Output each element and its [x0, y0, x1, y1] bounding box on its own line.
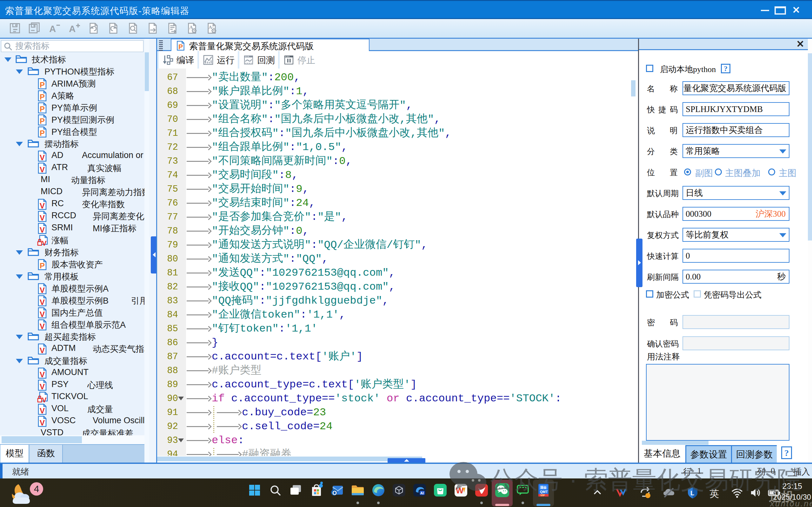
tree-item-MI[interactable]: MI动量指标	[0, 174, 145, 186]
symbol-input[interactable]: 000300沪深300	[683, 207, 790, 221]
sidebar-tab-model[interactable]: 模型	[1, 445, 29, 463]
taskbar-green-chat-icon[interactable]	[515, 483, 531, 498]
expand-arrow-icon[interactable]	[16, 335, 23, 339]
period-select[interactable]: 日线	[683, 186, 790, 200]
bottom-splitter-collapse-handle[interactable]	[388, 458, 425, 463]
taskbar-wechat-icon[interactable]	[495, 483, 510, 498]
code-line-72[interactable]: "组合跟单比例":"1,0.5",	[186, 140, 347, 154]
maximize-button[interactable]	[774, 5, 787, 15]
search-box[interactable]	[1, 40, 144, 52]
tray-sync-icon[interactable]	[638, 486, 652, 500]
quick-calc-input[interactable]: 0	[683, 249, 790, 263]
tree-item-摆动指标[interactable]: 摆动指标	[0, 138, 145, 150]
tree-item-PY模型回测示例[interactable]: PPY模型回测示例	[0, 114, 145, 126]
sidebar-hscrollbar[interactable]	[0, 435, 145, 444]
tree-item-技术指标[interactable]: 技术指标	[0, 53, 145, 65]
confirm-password-input[interactable]	[683, 336, 790, 350]
code-line-93[interactable]: else:	[186, 433, 244, 447]
code-line-82[interactable]: "接收QQ":"1029762153@qq.com",	[186, 280, 395, 294]
search-input[interactable]	[15, 42, 139, 50]
taskbar-red-v-icon[interactable]	[474, 483, 489, 498]
description-input[interactable]: 运行指数中买卖组合	[683, 123, 790, 137]
tree-item-单股模型示例B[interactable]: V单股模型示例B引用模	[0, 294, 145, 306]
tray-defender-icon[interactable]: L	[686, 486, 700, 500]
taskbar-clock[interactable]: 23:15 2025/10/30	[773, 482, 802, 502]
expand-arrow-icon[interactable]	[16, 274, 23, 279]
code-line-70[interactable]: "组合名称":"国九条后中小板微盘小改,其他",	[186, 112, 441, 126]
tree-item-组合模型单股示范A[interactable]: V组合模型单股示范A	[0, 319, 145, 331]
run-button[interactable]: 运行	[199, 51, 238, 68]
code-line-73[interactable]: "不同策略间隔更新时间":0,	[186, 154, 352, 168]
tree-item-PY简单示例[interactable]: PPY简单示例	[0, 102, 145, 114]
code-line-81[interactable]: "发送QQ":"1029762153@qq.com",	[186, 266, 395, 280]
inspector-help-button[interactable]: ?	[781, 446, 792, 459]
inspector-hscrollbar-thumb[interactable]	[642, 441, 708, 445]
code-line-80[interactable]: "通知发送方式":"QQ",	[186, 252, 328, 266]
export-password-checkbox[interactable]	[694, 290, 701, 298]
save-icon[interactable]	[9, 22, 21, 34]
export-document-icon[interactable]	[147, 22, 159, 34]
code-line-74[interactable]: "交易时间段":8,	[186, 168, 298, 182]
tree-item-股本营收资产[interactable]: P股本营收资产	[0, 258, 145, 270]
find-in-page-icon[interactable]	[127, 22, 139, 34]
taskbar-qmt-vip-icon[interactable]: 国金QMTVIP	[536, 483, 551, 498]
inspector-hscrollbar[interactable]	[641, 441, 806, 445]
tree-item-TICKVOL[interactable]: VTICKVOL	[0, 391, 145, 403]
tree-item-AD[interactable]: VADAccumulation or	[0, 150, 145, 162]
close-button[interactable]: ✕	[790, 5, 803, 15]
save-all-icon[interactable]	[29, 22, 41, 34]
taskbar-explorer-icon[interactable]	[350, 483, 365, 498]
password-input[interactable]	[683, 315, 790, 329]
inspector-vscrollbar[interactable]	[808, 39, 812, 463]
sidebar-vscrollbar[interactable]	[145, 39, 149, 463]
code-line-77[interactable]: "是否参加集合竞价":"是",	[186, 210, 347, 224]
tree-item-PYTHON模型指标[interactable]: PYTHON模型指标	[0, 65, 145, 77]
redo-icon[interactable]	[107, 22, 119, 34]
tray-vx-icon[interactable]	[614, 486, 628, 500]
taskbar-dark-cube-icon[interactable]	[391, 483, 407, 498]
code-line-89[interactable]: c.account_type=c.text['账户类型']	[186, 378, 417, 392]
tray-ime-icon[interactable]: 英	[709, 487, 723, 501]
undo-icon[interactable]	[88, 22, 100, 34]
tab-backtest-parameters[interactable]: 回测参数	[731, 445, 777, 463]
encrypt-checkbox[interactable]	[646, 290, 653, 298]
tree-item-AMOUNT[interactable]: VAMOUNT	[0, 367, 145, 379]
taskbar-task-view-icon[interactable]	[288, 483, 304, 498]
code-line-76[interactable]: "交易结束时间":24,	[186, 196, 315, 210]
formula-gear-alt-icon[interactable]: A²	[206, 22, 218, 34]
tree-item-涨幅[interactable]: V涨幅	[0, 234, 145, 246]
fold-marker-icon[interactable]	[178, 439, 184, 442]
expand-arrow-icon[interactable]	[16, 142, 23, 146]
expand-arrow-icon[interactable]	[16, 69, 23, 74]
tab-parameter-settings[interactable]: 参数设置	[685, 445, 731, 463]
code-area[interactable]: 6768697071727374757677787980818283848586…	[157, 68, 631, 456]
position-radio-sub-chart[interactable]	[684, 168, 691, 175]
code-line-85[interactable]: "钉钉token":'1,1'	[186, 322, 317, 336]
tree-item-超买超卖指标[interactable]: 超买超卖指标	[0, 331, 145, 343]
code-line-88[interactable]: #账户类型	[186, 363, 261, 378]
taskbar-green-shop-icon[interactable]	[433, 483, 448, 498]
inspector-close-icon[interactable]: ✕	[795, 40, 806, 49]
shortcut-input[interactable]: SPLHJKJYXTYDMB	[683, 102, 790, 116]
code-line-91[interactable]: c.buy_code=23	[186, 405, 326, 419]
tree-item-ATR[interactable]: VATR真实波幅	[0, 162, 145, 174]
tray-chevron-up-icon[interactable]	[590, 486, 604, 500]
code-line-67[interactable]: "卖出数量":200,	[186, 70, 300, 84]
tree-item-RC[interactable]: VRC变化率指数	[0, 198, 145, 210]
tree-item-ARIMA预测[interactable]: PARIMA预测	[0, 77, 145, 90]
tab-basic-info[interactable]: 基本信息	[639, 445, 685, 463]
tree-item-MICD[interactable]: MICD异同离差动力指数	[0, 186, 145, 198]
local-python-checkbox[interactable]	[646, 65, 653, 72]
minimize-button[interactable]	[759, 5, 771, 15]
taskbar-edge-icon[interactable]	[371, 483, 386, 498]
font-decrease-icon[interactable]: A	[48, 22, 60, 34]
position-radio-overlay[interactable]	[715, 168, 722, 175]
expand-arrow-icon[interactable]	[16, 250, 23, 255]
code-line-71[interactable]: "组合授权码":"国九条后中小板微盘小改,其他",	[186, 126, 451, 140]
taskbar-search-icon[interactable]	[268, 483, 283, 498]
code-line-92[interactable]: c.sell_code=24	[186, 419, 333, 433]
taskbar-edge-ai-icon[interactable]: AI	[412, 483, 427, 498]
font-increase-icon[interactable]: A	[68, 22, 80, 34]
position-radio-main-chart[interactable]	[768, 168, 775, 175]
tray-volume-icon[interactable]	[749, 486, 762, 500]
